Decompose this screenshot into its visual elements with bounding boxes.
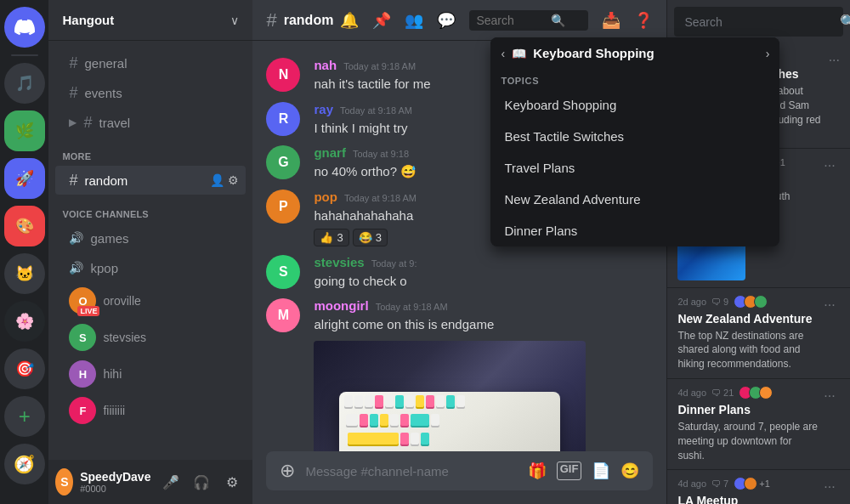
explore-servers-button[interactable]: 🧭 — [4, 444, 45, 484]
dropdown-item-dinner-plans[interactable]: Dinner Plans — [490, 215, 779, 246]
msg-username-moongirl: moongirl — [314, 298, 368, 313]
add-server-button[interactable]: + — [4, 396, 45, 437]
tc-avatars-la-meetup: +1 — [734, 477, 770, 490]
server-icon-3[interactable]: 🚀 — [4, 158, 45, 199]
tc-desc-nz-adventure: The top NZ destinations are shared along… — [677, 329, 819, 371]
channel-item-general[interactable]: # general — [55, 48, 246, 77]
server-icon-5[interactable]: 🐱 — [4, 253, 45, 294]
current-user-avatar: S — [55, 468, 73, 496]
reaction-emoji-laugh: 😂 — [359, 231, 372, 244]
more-section-header[interactable]: MORE — [48, 138, 252, 165]
message-input[interactable] — [305, 464, 517, 479]
voice-user-fiiiiiii[interactable]: F fiiiiiii — [55, 393, 246, 428]
avatar-pop: P — [266, 190, 300, 224]
attach-button[interactable]: ⊕ — [280, 460, 295, 482]
server-sidebar: 🎵 🌿 🚀 🎨 🐱 🌸 🎯 + 🧭 — [0, 0, 48, 504]
tc-more-nz-adventure[interactable]: ··· — [819, 295, 840, 315]
topic-card-la-meetup[interactable]: 4d ago 🗨 7 +1 LA Meetup Friends discuss … — [667, 470, 850, 504]
voice-username-oroville: oroville — [103, 294, 140, 308]
settings-icon[interactable]: ⚙ — [228, 173, 239, 187]
tc-meta-row-la-meetup: 4d ago 🗨 7 +1 LA Meetup Friends discuss … — [677, 477, 840, 504]
reaction-thumbsup[interactable]: 👍 3 — [314, 229, 348, 246]
server-icon-1[interactable]: 🎵 — [4, 63, 45, 104]
members-icon[interactable]: 👥 — [405, 11, 423, 30]
key — [411, 414, 429, 426]
search-input[interactable] — [476, 14, 544, 27]
user-avatar-stevsies: S — [69, 324, 96, 351]
tc-count-la-meetup: 🗨 7 — [711, 479, 728, 489]
avatar-ray: R — [266, 102, 300, 136]
right-sidebar-search[interactable]: 🔍 — [674, 7, 843, 37]
key — [416, 395, 424, 407]
channel-item-kpop[interactable]: 🔊 kpop — [55, 253, 246, 282]
dropdown-item-best-tactile[interactable]: Best Tactile Switches — [490, 121, 779, 152]
server-icon-2[interactable]: 🌿 — [4, 110, 45, 151]
channel-item-random[interactable]: # random 👤 ⚙ — [55, 166, 246, 195]
key — [390, 414, 399, 426]
server-icon-4[interactable]: 🎨 — [4, 206, 45, 246]
sticker-icon[interactable]: 📄 — [592, 462, 610, 480]
server-header[interactable]: Hangout ∨ — [48, 0, 252, 41]
voice-section-header[interactable]: VOICE CHANNELS — [48, 195, 252, 223]
dropdown-expand-icon[interactable]: › — [766, 47, 770, 60]
notification-bell-icon[interactable]: 🔔 — [340, 11, 359, 30]
settings-button[interactable]: ⚙ — [218, 468, 246, 496]
key — [431, 414, 439, 426]
reaction-laugh[interactable]: 😂 3 — [353, 229, 388, 246]
tc-more-travel-plans[interactable]: ··· — [819, 156, 840, 176]
server-icon-6[interactable]: 🌸 — [4, 301, 45, 342]
tc-avatar — [759, 386, 773, 399]
dropdown-item-keyboard-shopping[interactable]: Keyboard Shopping — [490, 89, 779, 121]
chat-input: ⊕ 🎁 GIF 📄 😊 — [266, 451, 653, 490]
user-avatar-fiiiiiii: F — [69, 397, 96, 424]
search-icon: 🔍 — [551, 14, 565, 27]
help-icon[interactable]: ❓ — [634, 11, 653, 30]
emoji-button[interactable]: 😊 — [620, 462, 639, 480]
server-icon-7[interactable]: 🎯 — [4, 348, 45, 389]
tc-time-nz-adventure: 2d ago — [677, 297, 706, 307]
voice-user-hihi[interactable]: H hihi — [55, 356, 246, 392]
tc-more-best-tactile[interactable]: ··· — [829, 50, 840, 71]
microphone-button[interactable]: 🎤 — [157, 468, 184, 496]
voice-user-oroville[interactable]: O LIVE oroville — [55, 283, 246, 319]
dropdown-back-icon[interactable]: ‹ — [501, 47, 505, 60]
channel-hash-icon: # — [69, 172, 77, 190]
user-avatar-hihi: H — [69, 360, 96, 388]
dropdown-item-nz-adventure[interactable]: New Zealand Adventure — [490, 184, 779, 215]
channel-item-games[interactable]: 🔊 games — [55, 224, 246, 252]
dropdown-title: Keyboard Shopping — [533, 46, 654, 60]
inbox-icon[interactable]: 📥 — [602, 11, 620, 30]
headset-button[interactable]: 🎧 — [188, 468, 215, 496]
channel-hash-icon: # — [69, 84, 77, 102]
gif-button[interactable]: GIF — [557, 462, 582, 480]
dropdown-item-travel-plans[interactable]: Travel Plans — [490, 152, 779, 184]
msg-username-nah: nah — [314, 58, 337, 72]
key — [405, 395, 414, 407]
tc-meta-info-dinner-plans: 4d ago 🗨 21 — [677, 386, 819, 399]
topic-card-dinner-plans[interactable]: 4d ago 🗨 21 Dinner Plans Saturday, aroun… — [667, 379, 850, 470]
add-member-icon[interactable]: 👤 — [210, 173, 224, 187]
tc-meta-row-nz-adventure: 2d ago 🗨 9 New Zealand Adventure The top… — [677, 295, 840, 371]
pin-icon[interactable]: 📌 — [372, 11, 391, 30]
key — [346, 414, 358, 426]
channel-actions: 👤 ⚙ — [210, 173, 239, 187]
msg-username-stevsies: stevsies — [314, 255, 364, 269]
avatar-stevsies: S — [266, 255, 300, 289]
right-search-input[interactable] — [684, 15, 833, 29]
search-bar[interactable]: 🔍 — [469, 10, 588, 31]
topic-card-nz-adventure[interactable]: 2d ago 🗨 9 New Zealand Adventure The top… — [667, 288, 850, 379]
tc-more-la-meetup[interactable]: ··· — [819, 477, 840, 497]
voice-user-stevsies[interactable]: S stevsies — [55, 320, 246, 355]
channel-item-travel[interactable]: ▶ # travel — [55, 108, 246, 137]
thread-icon[interactable]: 💬 — [437, 11, 456, 30]
tc-meta-info-la-meetup: 4d ago 🗨 7 +1 — [677, 477, 819, 490]
avatar-nah: N — [266, 58, 300, 92]
user-avatar-oroville: O LIVE — [69, 287, 96, 314]
dropdown-title-area: 📖 Keyboard Shopping — [512, 46, 759, 60]
channel-item-events[interactable]: # events — [55, 78, 246, 107]
discord-home-icon[interactable] — [4, 7, 45, 48]
gift-icon[interactable]: 🎁 — [528, 462, 547, 480]
dropdown-section-label: TOPICS — [490, 69, 779, 89]
tc-meta-info-nz-adventure: 2d ago 🗨 9 — [677, 295, 819, 309]
tc-more-dinner-plans[interactable]: ··· — [819, 386, 840, 406]
